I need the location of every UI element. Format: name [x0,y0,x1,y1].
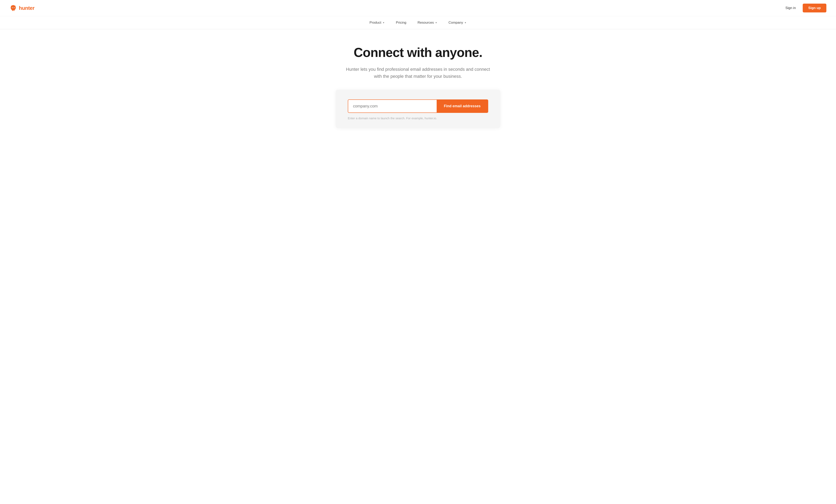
hunter-logo-icon [10,4,17,12]
nav-company-label: Company [449,21,463,25]
search-row: Find email addresses [348,99,488,113]
nav-item-company[interactable]: Company ▼ [448,19,467,26]
header-actions: Sign in Sign up [783,4,826,13]
main-nav: Product ▼ Pricing Resources ▼ Company ▼ [0,16,836,29]
nav-pricing-label: Pricing [396,21,406,25]
search-hint: Enter a domain name to launch the search… [348,116,488,120]
domain-search-input[interactable] [348,100,437,113]
svg-point-3 [14,7,14,8]
nav-product-label: Product [369,21,381,25]
logo-link[interactable]: hunter [10,4,35,12]
find-email-button[interactable]: Find email addresses [437,100,488,113]
chevron-down-icon: ▼ [382,21,385,24]
sign-up-button[interactable]: Sign up [803,4,826,13]
hero-title: Connect with anyone. [354,45,482,60]
search-card: Find email addresses Enter a domain name… [336,90,500,128]
chevron-down-icon: ▼ [464,21,467,24]
nav-resources-label: Resources [418,21,434,25]
hero-section: Connect with anyone. Hunter lets you fin… [0,29,836,140]
nav-item-pricing[interactable]: Pricing [395,19,407,26]
logo-text: hunter [19,5,35,11]
svg-point-2 [12,7,13,8]
sign-in-button[interactable]: Sign in [783,4,799,12]
site-header: hunter Sign in Sign up [0,0,836,16]
chevron-down-icon: ▼ [435,21,437,24]
nav-item-resources[interactable]: Resources ▼ [417,19,438,26]
hero-subtitle: Hunter lets you find professional email … [346,66,490,80]
nav-item-product[interactable]: Product ▼ [369,19,385,26]
